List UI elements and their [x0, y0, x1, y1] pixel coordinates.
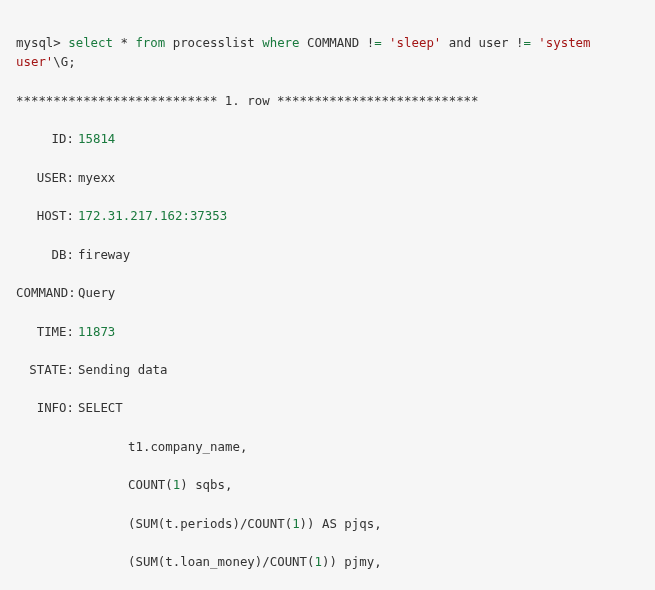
field-id: ID:15814	[16, 129, 639, 148]
value-db: fireway	[74, 245, 130, 264]
field-command: COMMAND:Query	[16, 283, 639, 302]
label-info: INFO:	[16, 398, 74, 417]
sql-line: (SUM(t.periods)/COUNT(1)) AS pjqs,	[16, 514, 639, 533]
label-time: TIME:	[16, 322, 74, 341]
value-state: Sending data	[74, 360, 168, 379]
field-user: USER:myexx	[16, 168, 639, 187]
label-command: COMMAND:	[16, 283, 74, 302]
field-db: DB:fireway	[16, 245, 639, 264]
kw-from: from	[135, 35, 165, 50]
label-db: DB:	[16, 245, 74, 264]
label-host: HOST:	[16, 206, 74, 225]
label-id: ID:	[16, 129, 74, 148]
prompt: mysql>	[16, 35, 61, 50]
mysql-command-line: mysql> select * from processlist where C…	[16, 33, 639, 71]
label-user: USER:	[16, 168, 74, 187]
label-state: STATE:	[16, 360, 74, 379]
value-info: SELECT	[74, 398, 123, 417]
kw-where: where	[262, 35, 299, 50]
literal-sleep: 'sleep'	[389, 35, 441, 50]
value-command: Query	[74, 283, 115, 302]
field-time: TIME:11873	[16, 322, 639, 341]
field-host: HOST:172.31.217.162:37353	[16, 206, 639, 225]
sql-line: t1.company_name,	[16, 437, 639, 456]
kw-select: select	[68, 35, 113, 50]
sql-line: COUNT(1) sqbs,	[16, 475, 639, 494]
field-state: STATE:Sending data	[16, 360, 639, 379]
field-info: INFO:SELECT	[16, 398, 639, 417]
terminal-output: mysql> select * from processlist where C…	[16, 14, 639, 590]
value-time: 11873	[74, 322, 115, 341]
value-host: 172.31.217.162:37353	[74, 206, 227, 225]
value-id: 15814	[74, 129, 115, 148]
value-user: myexx	[74, 168, 115, 187]
sql-line: (SUM(t.loan_money)/COUNT(1)) pjmy,	[16, 552, 639, 571]
row-separator: *************************** 1. row *****…	[16, 91, 639, 110]
